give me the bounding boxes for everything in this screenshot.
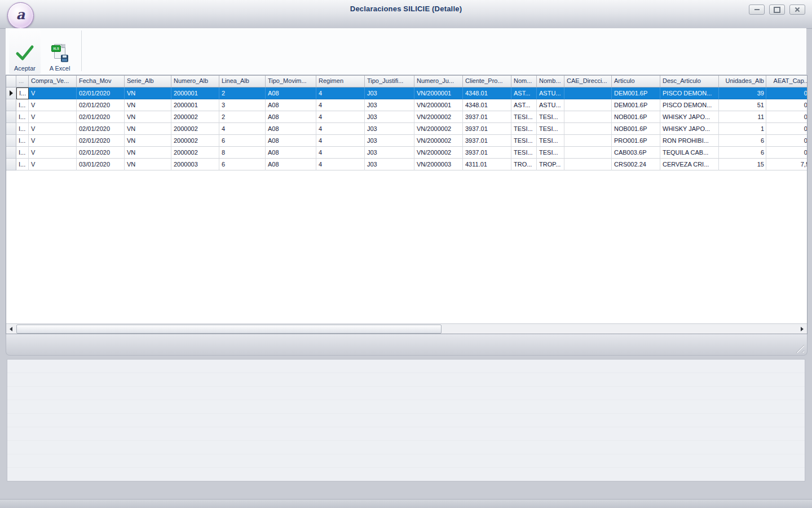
column-header-fecha_mov[interactable]: Fecha_Mov <box>77 76 125 87</box>
grid-cell[interactable]: 3937.01 <box>463 147 511 159</box>
grid-cell[interactable]: 4348.01 <box>463 87 511 99</box>
column-header-cliente_pro[interactable]: Cliente_Pro... <box>463 76 511 87</box>
grid-cell[interactable]: 2000002 <box>171 111 219 123</box>
grid-cell[interactable]: ASTU... <box>537 87 564 99</box>
column-header-desc_articulo[interactable]: Desc_Articulo <box>660 76 719 87</box>
grid-cell[interactable]: 0, <box>766 147 807 159</box>
grid-cell[interactable]: I... <box>16 111 29 123</box>
grid-cell[interactable]: 3937.01 <box>463 135 511 147</box>
grid-cell[interactable]: ASTU... <box>537 99 564 111</box>
grid-cell[interactable]: 02/01/2020 <box>77 111 125 123</box>
grid-cell[interactable]: J03 <box>365 87 414 99</box>
column-header-tipo_justifi[interactable]: Tipo_Justifi... <box>365 76 414 87</box>
column-header-nomb[interactable]: Nomb... <box>537 76 564 87</box>
grid-cell[interactable]: 4348.01 <box>463 99 511 111</box>
grid-cell[interactable]: 4311.01 <box>463 159 511 170</box>
column-header-cae_direcci[interactable]: CAE_Direcci... <box>564 76 612 87</box>
grid-cell[interactable]: NOB001.6P <box>612 111 660 123</box>
a-excel-button[interactable]: XLS A Excel <box>44 30 76 74</box>
grid-cell[interactable]: 02/01/2020 <box>77 87 125 99</box>
grid-cell[interactable]: 3937.01 <box>463 123 511 135</box>
grid-cell[interactable]: 2000003 <box>171 159 219 170</box>
grid-cell[interactable]: VN/2000001 <box>414 87 463 99</box>
grid-cell[interactable]: 4 <box>316 87 365 99</box>
grid-cell[interactable]: I... <box>16 99 29 111</box>
grid-cell[interactable]: A08 <box>266 111 316 123</box>
grid-cell[interactable] <box>564 123 612 135</box>
column-header-tipo_movim[interactable]: Tipo_Movim... <box>266 76 316 87</box>
grid-cell[interactable]: 7,5 <box>766 159 807 170</box>
grid-cell[interactable]: A08 <box>266 135 316 147</box>
row-header[interactable] <box>6 123 16 135</box>
row-header[interactable] <box>6 111 16 123</box>
minimize-button[interactable] <box>749 5 765 15</box>
column-header-serie_alb[interactable]: Serie_Alb <box>125 76 171 87</box>
grid-cell[interactable]: TESI... <box>511 111 537 123</box>
grid-cell[interactable]: 15 <box>719 159 766 170</box>
grid-cell[interactable]: TRO... <box>511 159 537 170</box>
grid-cell[interactable]: 6 <box>719 147 766 159</box>
grid-cell[interactable]: CAB003.6P <box>612 147 660 159</box>
grid-cell[interactable]: A08 <box>266 99 316 111</box>
grid-cell[interactable]: WHISKY JAPO... <box>660 111 719 123</box>
column-header-compra_ve[interactable]: Compra_Ve... <box>29 76 77 87</box>
grid-cell[interactable]: 4 <box>316 111 365 123</box>
grid-cell[interactable]: 4 <box>316 135 365 147</box>
table-row[interactable]: I...V02/01/2020VN20000022A084J03VN/20000… <box>6 111 807 123</box>
column-header-articulo[interactable]: Articulo <box>612 76 660 87</box>
grid-cell[interactable]: V <box>29 147 77 159</box>
grid-cell[interactable]: 0, <box>766 123 807 135</box>
column-header-nom[interactable]: Nom... <box>511 76 537 87</box>
grid-cell[interactable]: I... <box>16 147 29 159</box>
table-row[interactable]: I...V03/01/2020VN20000036A084J03VN/20000… <box>6 159 807 170</box>
grid-cell[interactable]: 2 <box>219 87 266 99</box>
grid-cell[interactable]: 3937.01 <box>463 111 511 123</box>
row-header[interactable] <box>6 99 16 111</box>
grid-cell[interactable]: 51 <box>719 99 766 111</box>
horizontal-scrollbar[interactable] <box>6 323 807 334</box>
grid-cell[interactable] <box>564 147 612 159</box>
grid-cell[interactable]: 0, <box>766 111 807 123</box>
grid-cell[interactable]: I... <box>16 135 29 147</box>
grid-cell[interactable]: NOB001.6P <box>612 123 660 135</box>
grid-cell[interactable]: 0, <box>766 135 807 147</box>
row-header[interactable] <box>6 87 16 99</box>
column-header-regimen[interactable]: Regimen <box>316 76 365 87</box>
grid-cell[interactable]: TROP... <box>537 159 564 170</box>
grid-cell[interactable]: V <box>29 99 77 111</box>
grid-cell[interactable]: 2000002 <box>171 135 219 147</box>
grid-cell[interactable]: A08 <box>266 87 316 99</box>
grid-cell[interactable]: 8 <box>219 147 266 159</box>
grid-cell[interactable]: TESI... <box>511 147 537 159</box>
grid-cell[interactable]: VN <box>125 123 171 135</box>
grid-cell[interactable]: 2000002 <box>171 147 219 159</box>
grid-cell[interactable]: J03 <box>365 123 414 135</box>
grid-cell[interactable]: AST... <box>511 87 537 99</box>
grid-cell[interactable]: V <box>29 111 77 123</box>
column-header-dots[interactable]: ... <box>16 76 29 87</box>
table-row[interactable]: I...V02/01/2020VN20000026A084J03VN/20000… <box>6 135 807 147</box>
grid-cell[interactable]: A08 <box>266 147 316 159</box>
grid-cell[interactable]: 6 <box>719 135 766 147</box>
grid-cell[interactable]: 3 <box>219 99 266 111</box>
grid-cell[interactable]: 6 <box>219 135 266 147</box>
grid-cell[interactable]: 4 <box>316 99 365 111</box>
grid-cell[interactable]: PISCO DEMON... <box>660 99 719 111</box>
grid-cell[interactable]: TESI... <box>511 123 537 135</box>
resize-grip[interactable] <box>796 344 804 353</box>
grid-cell[interactable]: CERVEZA CRI... <box>660 159 719 170</box>
grid-cell[interactable] <box>564 87 612 99</box>
scrollbar-thumb[interactable] <box>16 325 442 334</box>
scroll-right-button[interactable] <box>797 325 807 334</box>
grid-cell[interactable]: VN <box>125 135 171 147</box>
grid-cell[interactable]: 0, <box>766 87 807 99</box>
grid-cell[interactable]: TESI... <box>537 147 564 159</box>
grid-cell[interactable]: WHISKY JAPO... <box>660 123 719 135</box>
grid-corner[interactable] <box>6 76 16 87</box>
grid-cell[interactable]: 4 <box>219 123 266 135</box>
table-row[interactable]: I...V02/01/2020VN20000013A084J03VN/20000… <box>6 99 807 111</box>
grid-cell[interactable]: VN/2000002 <box>414 123 463 135</box>
grid-cell[interactable]: 2 <box>219 111 266 123</box>
grid-cell[interactable]: VN <box>125 159 171 170</box>
grid-cell[interactable]: VN <box>125 99 171 111</box>
